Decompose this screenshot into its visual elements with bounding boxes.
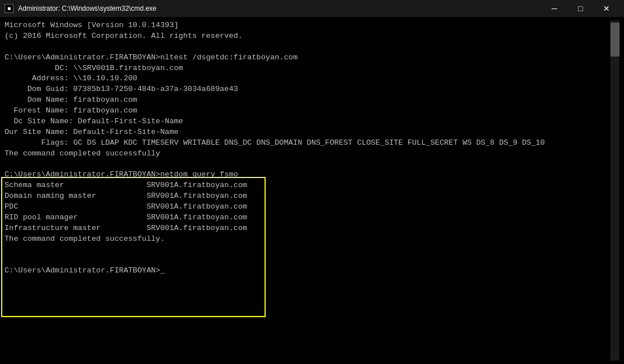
title-bar-left: ■ Administrator: C:\Windows\system32\cmd… xyxy=(5,4,157,13)
console-output: Microsoft Windows [Version 10.0.14393] (… xyxy=(5,20,610,361)
cmd-window: ■ Administrator: C:\Windows\system32\cmd… xyxy=(0,0,624,364)
console-area[interactable]: Microsoft Windows [Version 10.0.14393] (… xyxy=(0,17,624,364)
restore-button[interactable]: □ xyxy=(567,0,593,17)
cmd-icon: ■ xyxy=(5,4,14,13)
scrollbar-thumb[interactable] xyxy=(610,23,619,57)
scrollbar[interactable] xyxy=(610,20,619,361)
title-bar: ■ Administrator: C:\Windows\system32\cmd… xyxy=(0,0,624,17)
close-button[interactable]: ✕ xyxy=(593,0,619,17)
window-title: Administrator: C:\Windows\system32\cmd.e… xyxy=(18,5,157,12)
window-controls: ─ □ ✕ xyxy=(541,0,619,17)
minimize-button[interactable]: ─ xyxy=(541,0,567,17)
